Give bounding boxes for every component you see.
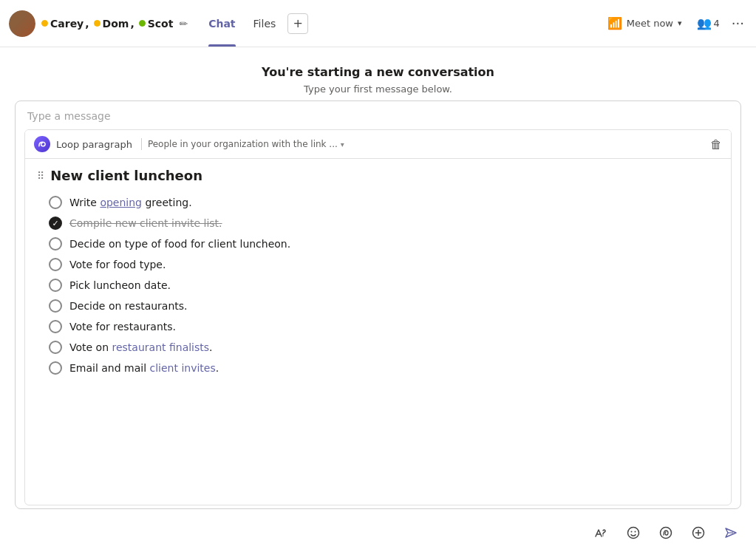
new-conversation-title: You're starting a new conversation (0, 65, 756, 79)
meet-now-button[interactable]: 📶 Meet now ▾ (602, 13, 688, 33)
list-item: Email and mail client invites. (37, 358, 719, 378)
add-tab-button[interactable]: + (287, 13, 308, 34)
task-checkbox-6[interactable] (49, 299, 62, 313)
task-checkbox-1[interactable] (49, 196, 62, 209)
people-icon: 👥 (697, 16, 712, 30)
task-checkbox-8[interactable] (49, 341, 62, 354)
loop-icon[interactable] (655, 522, 676, 543)
permission-chevron-icon: ▾ (341, 140, 344, 149)
participants-label: Carey , Dom , Scot (41, 18, 173, 30)
people-count-label: 4 (714, 18, 720, 29)
compose-area: Type a message (0, 100, 756, 517)
comma-1: , (85, 18, 89, 30)
compose-box: Type a message (15, 100, 741, 509)
list-item: Write opening greeting. (37, 192, 719, 213)
header-tabs: Chat Files + (200, 0, 308, 47)
new-conversation-header: You're starting a new conversation Type … (0, 47, 756, 100)
list-item: Vote for restaurants. (37, 316, 719, 337)
tab-files[interactable]: Files (245, 0, 285, 47)
participant-scot: Scot (139, 18, 174, 30)
compose-placeholder[interactable]: Type a message (16, 101, 740, 126)
list-item: Compile new client invite list. (37, 213, 719, 234)
meet-now-label: Meet now (627, 18, 673, 29)
tab-chat[interactable]: Chat (200, 0, 244, 47)
list-item: Vote on restaurant finalists. (37, 337, 719, 358)
avatar (9, 10, 35, 37)
loop-header: Loop paragraph People in your organizati… (25, 130, 731, 159)
carey-status-dot (41, 20, 48, 27)
task-list: Write opening greeting. Compile new clie… (37, 192, 719, 378)
task-text-1: Write opening greeting. (69, 197, 719, 208)
attach-icon[interactable] (688, 522, 709, 543)
svg-point-3 (631, 531, 633, 533)
task-text-8: Vote on restaurant finalists. (69, 341, 719, 353)
svg-point-2 (628, 528, 639, 539)
edit-icon[interactable]: ✏ (179, 18, 188, 30)
list-item: Decide on type of food for client lunche… (37, 234, 719, 254)
loop-logo-icon (34, 136, 50, 152)
format-icon[interactable] (590, 522, 611, 543)
restaurant-finalists-link[interactable]: restaurant finalists (112, 341, 210, 353)
loop-component: Loop paragraph People in your organizati… (24, 129, 732, 505)
meet-now-chevron: ▾ (678, 18, 682, 28)
task-checkbox-7[interactable] (49, 320, 62, 333)
participant-carey: Carey (41, 18, 84, 30)
task-checkbox-4[interactable] (49, 258, 62, 271)
list-item: Decide on restaurants. (37, 296, 719, 316)
task-text-7: Vote for restaurants. (69, 321, 719, 333)
scot-status-dot (139, 20, 146, 27)
task-checkbox-5[interactable] (49, 279, 62, 292)
loop-delete-button[interactable]: 🗑 (710, 137, 722, 151)
task-text-4: Vote for food type. (69, 259, 719, 270)
loop-divider (141, 138, 142, 150)
task-checkbox-3[interactable] (49, 237, 62, 251)
header-right: 📶 Meet now ▾ 👥 4 ··· (602, 13, 747, 34)
task-text-2: Compile new client invite list. (69, 217, 719, 229)
main-content: You're starting a new conversation Type … (0, 47, 756, 552)
task-checkbox-2[interactable] (49, 217, 62, 230)
carey-name: Carey (50, 18, 84, 30)
client-invites-link[interactable]: client invites (150, 362, 216, 374)
scot-name: Scot (148, 18, 174, 30)
task-checkbox-9[interactable] (49, 361, 62, 375)
task-text-9: Email and mail client invites. (69, 362, 719, 374)
svg-point-4 (635, 531, 636, 533)
compose-toolbar (0, 517, 756, 552)
new-conversation-subtitle: Type your first message below. (0, 84, 756, 95)
dom-status-dot (94, 20, 101, 27)
opening-link[interactable]: opening (100, 197, 142, 208)
list-item: Pick luncheon date. (37, 275, 719, 296)
list-item: Vote for food type. (37, 254, 719, 275)
svg-point-5 (661, 528, 672, 539)
loop-title-row: ⠿ New client luncheon (37, 168, 719, 183)
participant-dom: Dom (94, 18, 129, 30)
loop-body[interactable]: ⠿ New client luncheon Write opening gree… (25, 159, 731, 505)
header: Carey , Dom , Scot ✏ Chat Files + 📶 Meet… (0, 0, 756, 47)
comma-2: , (130, 18, 134, 30)
more-options-button[interactable]: ··· (729, 13, 747, 34)
send-button[interactable] (721, 522, 741, 543)
dom-name: Dom (103, 18, 129, 30)
svg-point-0 (34, 136, 50, 152)
task-text-5: Pick luncheon date. (69, 279, 719, 291)
emoji-icon[interactable] (623, 522, 644, 543)
task-text-3: Decide on type of food for client lunche… (69, 238, 719, 250)
loop-title: New client luncheon (50, 168, 202, 183)
drag-handle-icon[interactable]: ⠿ (37, 170, 44, 182)
signal-icon: 📶 (607, 16, 622, 30)
loop-permission[interactable]: People in your organization with the lin… (148, 139, 710, 149)
people-count[interactable]: 👥 4 (697, 16, 720, 30)
svg-point-1 (602, 535, 604, 536)
loop-label: Loop paragraph (56, 139, 132, 150)
task-text-6: Decide on restaurants. (69, 300, 719, 312)
